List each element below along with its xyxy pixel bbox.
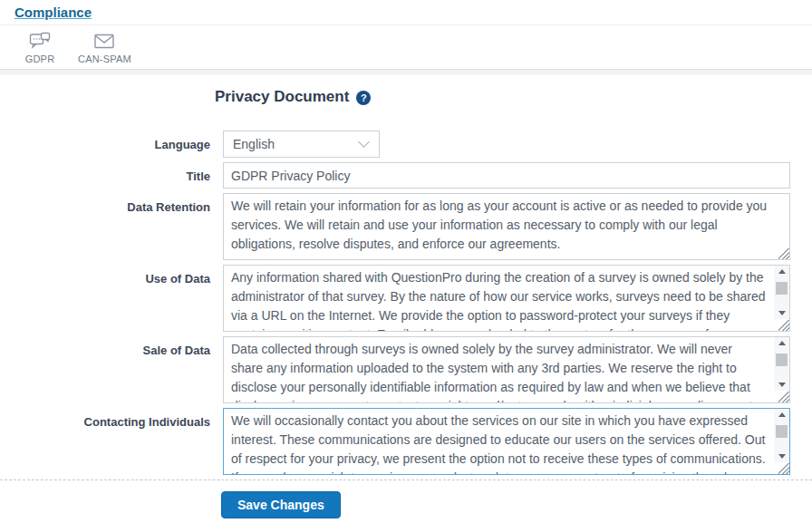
compliance-toolbar: GDPR CAN-SPAM — [0, 24, 812, 70]
top-navigation: Compliance — [0, 0, 812, 24]
sale-of-data-label: Sale of Data — [0, 336, 210, 357]
scroll-thumb[interactable] — [776, 354, 788, 367]
contacting-individuals-textarea[interactable]: We will occasionally contact you about t… — [223, 408, 790, 475]
scroll-down-icon[interactable] — [774, 379, 789, 391]
toolbar-item-gdpr[interactable]: GDPR — [18, 30, 62, 65]
use-of-data-label: Use of Data — [0, 265, 210, 286]
form-row-data-retention: Data Retention We will retain your infor… — [0, 193, 812, 260]
form-row-contacting-individuals: Contacting Individuals We will occasiona… — [0, 408, 812, 475]
toolbar-item-canspam-label: CAN-SPAM — [78, 53, 131, 64]
title-input[interactable] — [223, 162, 790, 189]
page-title: Privacy Document — [215, 88, 349, 106]
gdpr-icon — [29, 31, 51, 52]
form-row-title: Title — [0, 162, 812, 189]
scrollbar-track[interactable] — [774, 421, 789, 450]
form-row-language: Language English — [0, 131, 812, 158]
scrollbar[interactable] — [774, 409, 789, 462]
scroll-thumb[interactable] — [776, 282, 788, 295]
form-row-use-of-data: Use of Data Any information shared with … — [0, 265, 812, 332]
scrollbar-track[interactable] — [774, 349, 789, 379]
use-of-data-textarea[interactable]: Any information shared with QuestionPro … — [223, 265, 790, 332]
scrollbar[interactable] — [774, 266, 789, 319]
contacting-individuals-text: We will occasionally contact you about t… — [224, 409, 774, 474]
resize-grip[interactable] — [778, 392, 789, 402]
breadcrumb[interactable]: Compliance — [14, 5, 92, 20]
resize-grip[interactable] — [778, 463, 789, 474]
contacting-individuals-label: Contacting Individuals — [0, 408, 210, 429]
scroll-up-icon[interactable] — [774, 409, 789, 421]
data-retention-label: Data Retention — [0, 193, 210, 214]
toolbar-item-canspam[interactable]: CAN-SPAM — [74, 30, 135, 65]
language-label: Language — [0, 131, 210, 151]
language-select-value: English — [233, 137, 275, 151]
scroll-down-icon[interactable] — [774, 450, 789, 462]
chevron-down-icon — [358, 136, 370, 148]
scroll-up-icon[interactable] — [774, 266, 789, 277]
language-select[interactable]: English — [223, 131, 380, 158]
use-of-data-text: Any information shared with QuestionPro … — [224, 266, 774, 331]
title-label: Title — [0, 162, 210, 183]
help-icon[interactable]: ? — [356, 91, 371, 105]
data-retention-textarea[interactable]: We will retain your information for as l… — [223, 193, 790, 260]
form-row-sale-of-data: Sale of Data Data collected through surv… — [0, 336, 812, 403]
main-content: Privacy Document ? Language English Titl… — [0, 75, 812, 518]
scrollbar[interactable] — [774, 337, 789, 391]
toolbar-item-gdpr-label: GDPR — [25, 53, 55, 64]
resize-grip[interactable] — [778, 320, 789, 331]
sale-of-data-text: Data collected through surveys is owned … — [224, 337, 774, 402]
scroll-down-icon[interactable] — [774, 307, 789, 319]
privacy-document-form: Language English Title Data Retention We… — [0, 131, 812, 518]
save-changes-button[interactable]: Save Changes — [221, 491, 341, 518]
section-divider — [0, 479, 812, 480]
resize-grip[interactable] — [778, 248, 789, 259]
sale-of-data-textarea[interactable]: Data collected through surveys is owned … — [223, 336, 790, 403]
scroll-thumb[interactable] — [776, 425, 788, 439]
data-retention-text: We will retain your information for as l… — [224, 194, 789, 259]
canspam-icon — [92, 31, 116, 52]
scrollbar-track[interactable] — [774, 277, 789, 307]
scroll-up-icon[interactable] — [774, 337, 789, 349]
